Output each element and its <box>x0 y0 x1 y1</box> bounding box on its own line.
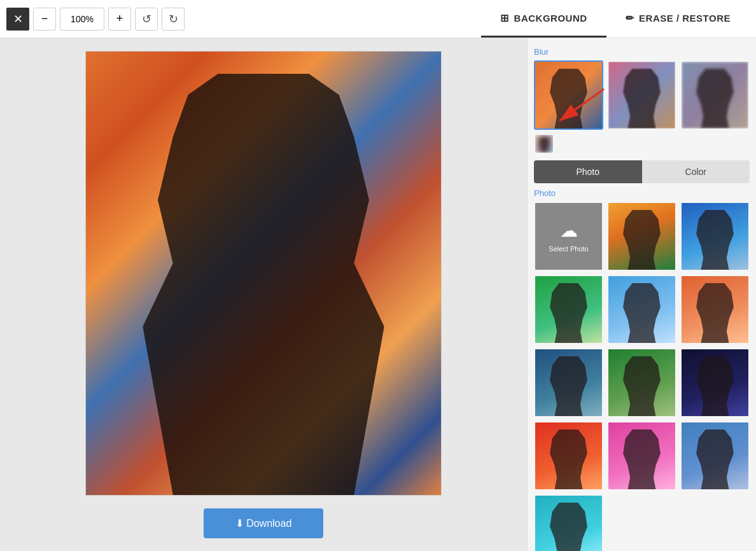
photo-thumb-1[interactable] <box>607 202 676 271</box>
photo-color-tabs: Photo Color <box>534 160 750 183</box>
tab-erase-restore[interactable]: ✏ ERASE / RESTORE <box>606 0 750 38</box>
toolbar-tabs: ⊞ BACKGROUND ✏ ERASE / RESTORE <box>481 0 750 38</box>
select-photo-button[interactable]: ☁ Select Photo <box>534 202 603 271</box>
blur-thumb-1[interactable] <box>607 60 676 130</box>
tab-color[interactable]: Color <box>642 160 750 183</box>
photo-grid: ☁ Select Photo <box>534 202 750 551</box>
download-area: ⬇ Download <box>204 508 324 538</box>
right-panel: Blur <box>527 38 756 551</box>
close-button[interactable]: ✕ <box>6 8 29 31</box>
blur-thumb-3[interactable] <box>534 134 554 154</box>
blur-thumb-2[interactable] <box>680 60 750 130</box>
toolbar: ✕ − 100% + ↺ ↻ ⊞ BACKGROUND ✏ ERASE / RE… <box>0 0 756 38</box>
canvas-image <box>85 51 442 496</box>
blur-grid <box>534 60 750 154</box>
photo-thumb-11[interactable] <box>680 421 750 491</box>
photo-section-label: Photo <box>534 188 750 198</box>
photo-thumb-12[interactable] <box>534 494 603 551</box>
zoom-out-button[interactable]: − <box>33 8 56 31</box>
photo-thumb-2[interactable] <box>680 202 750 271</box>
photo-thumb-7[interactable] <box>607 348 676 417</box>
right-panel-scroll[interactable]: Blur <box>528 38 756 551</box>
photo-thumb-9[interactable] <box>534 421 603 491</box>
zoom-display: 100% <box>60 8 104 31</box>
photo-thumb-10[interactable] <box>607 421 676 491</box>
select-photo-label: Select Photo <box>549 245 588 253</box>
blur-thumb-0[interactable] <box>534 60 603 130</box>
tab-background[interactable]: ⊞ BACKGROUND <box>481 0 606 38</box>
photo-thumb-5[interactable] <box>680 275 750 344</box>
layers-icon: ⊞ <box>500 12 509 24</box>
tab-photo[interactable]: Photo <box>534 160 642 183</box>
photo-thumb-3[interactable] <box>534 275 603 344</box>
main-area: ⬇ Download Blur <box>0 38 756 551</box>
eraser-icon: ✏ <box>626 12 634 24</box>
photo-thumb-4[interactable] <box>607 275 676 344</box>
blur-section-label: Blur <box>534 47 750 57</box>
toolbar-left: ✕ − 100% + ↺ ↻ <box>6 8 481 31</box>
redo-button[interactable]: ↻ <box>162 8 185 31</box>
upload-icon: ☁ <box>560 220 578 241</box>
photo-thumb-6[interactable] <box>534 348 603 417</box>
canvas-area: ⬇ Download <box>0 38 527 551</box>
zoom-in-button[interactable]: + <box>108 8 131 31</box>
download-button[interactable]: ⬇ Download <box>204 508 324 538</box>
photo-thumb-8[interactable] <box>680 348 750 417</box>
undo-button[interactable]: ↺ <box>135 8 158 31</box>
